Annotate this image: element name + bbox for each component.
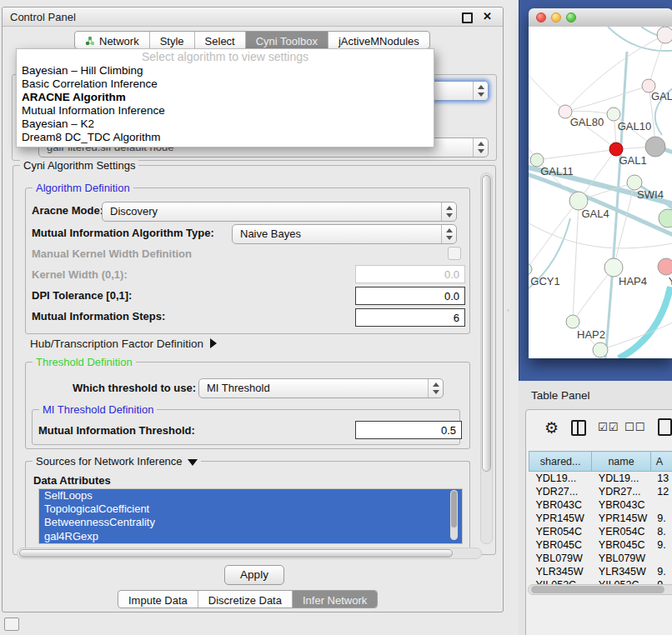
which-threshold-label: Which threshold to use: xyxy=(73,382,196,394)
bottom-tab-infer-network[interactable]: Infer Network xyxy=(293,591,377,608)
bottom-tab-discretize-data[interactable]: Discretize Data xyxy=(198,591,293,608)
column-header-name[interactable]: name xyxy=(592,452,650,472)
table-cell: 13 xyxy=(650,472,672,486)
settings-vertical-scrollbar[interactable] xyxy=(480,172,493,544)
close-traffic-light-icon[interactable] xyxy=(536,12,546,22)
table-cell: YBL079W xyxy=(592,552,650,565)
table-cell: YDL19... xyxy=(529,472,592,486)
network-node[interactable] xyxy=(593,342,608,358)
network-node-gal10[interactable] xyxy=(607,108,620,121)
table-cell: YBR043C xyxy=(592,498,650,512)
table-row[interactable]: YBR045CYBR045C9. xyxy=(529,538,672,552)
algorithm-option-mutual-information-inference[interactable]: Mutual Information Inference xyxy=(17,104,434,118)
network-node-hap2[interactable] xyxy=(566,315,579,328)
mi-steps-input[interactable] xyxy=(355,308,465,327)
kernel-width-input[interactable] xyxy=(355,265,465,283)
window-title: Control Panel xyxy=(10,11,76,23)
algorithm-select-popup: Select algorithm to view settings Bayesi… xyxy=(16,48,434,148)
table-row[interactable]: YER054CYER054C8. xyxy=(529,525,672,538)
apply-button[interactable]: Apply xyxy=(224,565,284,585)
table-cell: 9. xyxy=(650,565,672,578)
algorithm-option-dream8-dc-tdc-algorithm[interactable]: Dream8 DC_TDC Algorithm xyxy=(17,131,434,144)
network-canvas-background: GALGAL80GAL10GAL1GAL11SWI4GAL4GCY1HAP4YH… xyxy=(519,0,672,381)
tab-cyni-toolbox[interactable]: Cyni Toolbox xyxy=(246,32,328,48)
attribute-item-gal4rgexp[interactable]: gal4RGexp xyxy=(39,530,462,543)
columns-icon[interactable] xyxy=(571,420,586,436)
tab-style[interactable]: Style xyxy=(150,32,195,48)
mi-threshold-input[interactable] xyxy=(355,421,462,439)
algorithm-option-aracne-algorithm[interactable]: ARACNE Algorithm xyxy=(17,91,434,104)
settings-groupbox: Cyni Algorithm Settings Algorithm Defini… xyxy=(13,165,496,555)
network-view[interactable]: GALGAL80GAL10GAL1GAL11SWI4GAL4GCY1HAP4YH… xyxy=(529,27,672,358)
which-threshold-combo[interactable]: MI Threshold xyxy=(198,378,444,398)
stepper-icon xyxy=(428,379,443,398)
network-node-gcy1[interactable] xyxy=(529,263,532,275)
algorithm-definition-title: Algorithm Definition xyxy=(33,182,133,194)
attributes-list-scrollbar[interactable] xyxy=(450,490,458,540)
attribute-item-selfloops[interactable]: SelfLoops xyxy=(39,489,462,502)
table-row[interactable]: YPR145WYPR145W9. xyxy=(529,512,672,525)
desktop: Control Panel ✕ NetworkStyleSelectCyni T… xyxy=(0,0,672,635)
tab-network-label: Network xyxy=(99,35,139,48)
table-cell: YLR345W xyxy=(529,565,592,578)
deselect-all-icon[interactable]: ☐☐ xyxy=(624,421,645,433)
table-row[interactable]: YBL079WYBL079W xyxy=(529,552,672,565)
network-node-y[interactable] xyxy=(658,258,672,275)
table-cell: YDL19... xyxy=(592,472,650,486)
network-node-hap4[interactable] xyxy=(604,258,623,277)
attribute-item-topologicalcoefficient[interactable]: TopologicalCoefficient xyxy=(39,502,462,516)
network-node[interactable] xyxy=(645,137,665,157)
table-row[interactable]: YDR27...YDR27...12 xyxy=(529,485,672,498)
settings-horizontal-scrollbar[interactable] xyxy=(17,548,482,559)
document-icon[interactable] xyxy=(658,418,672,436)
hub-expander[interactable]: Hub/Transcription Factor Definition xyxy=(30,338,217,350)
algorithm-option-bayesian-k2[interactable]: Bayesian – K2 xyxy=(17,118,434,131)
tab-select[interactable]: Select xyxy=(195,32,246,48)
table-cell: YPR145W xyxy=(529,512,592,525)
algorithm-option-basic-correlation-inference[interactable]: Basic Correlation Inference xyxy=(17,78,434,91)
mi-threshold-title: MI Threshold Definition xyxy=(39,403,157,416)
table-toolbar: ⚙ ☑☑ ☐☐ xyxy=(526,417,672,440)
table-cell: YER054C xyxy=(592,525,650,538)
table-cell: 8. xyxy=(650,525,672,538)
aracne-mode-combo[interactable]: Discovery xyxy=(102,202,457,222)
table-cell: YBR045C xyxy=(592,538,650,552)
table-horizontal-scrollbar[interactable] xyxy=(528,584,672,595)
manual-kernel-label: Manual Kernel Width Definition xyxy=(32,248,192,260)
table-cell: YBR045C xyxy=(529,538,592,552)
attribute-item-betweennesscentrality[interactable]: BetweennessCentrality xyxy=(39,516,462,529)
table-row[interactable]: YBR043CYBR043C xyxy=(529,498,672,512)
manual-kernel-checkbox[interactable] xyxy=(448,247,461,260)
bottom-tab-impute-data[interactable]: Impute Data xyxy=(118,591,198,608)
algorithm-option-bayesian-hill-climbing[interactable]: Bayesian – Hill Climbing xyxy=(17,64,434,78)
mi-steps-label: Mutual Information Steps: xyxy=(32,310,165,322)
data-attributes-list[interactable]: SelfLoopsTopologicalCoefficientBetweenne… xyxy=(38,488,463,544)
dpi-tolerance-input[interactable] xyxy=(355,287,465,305)
table-row[interactable]: YLR345WYLR345W9. xyxy=(529,565,672,578)
network-node-label: GCY1 xyxy=(530,275,559,288)
table-cell: YBL079W xyxy=(529,552,592,565)
table-cell: YBR043C xyxy=(529,498,592,512)
float-window-icon[interactable] xyxy=(462,12,473,23)
gear-icon[interactable]: ⚙ xyxy=(544,418,559,438)
splitter-handle[interactable]: ◦ xyxy=(507,308,511,313)
threshold-definition-title: Threshold Definition xyxy=(33,356,136,368)
minimized-panel-icon[interactable] xyxy=(4,618,19,631)
mi-type-combo[interactable]: Naive Bayes xyxy=(232,224,457,244)
zoom-traffic-light-icon[interactable] xyxy=(566,12,576,22)
close-window-icon[interactable]: ✕ xyxy=(483,10,492,22)
tab-network[interactable]: Network xyxy=(75,32,150,48)
network-window[interactable]: GALGAL80GAL10GAL1GAL11SWI4GAL4GCY1HAP4YH… xyxy=(529,8,672,358)
algorithm-placeholder: Select algorithm to view settings xyxy=(17,49,434,64)
network-node-label: GAL10 xyxy=(618,120,651,132)
table-row[interactable]: YDL19...YDL19...13 xyxy=(529,472,672,486)
column-header-a[interactable]: A xyxy=(650,452,672,472)
minimize-traffic-light-icon[interactable] xyxy=(551,12,561,22)
table-cell: 12 xyxy=(650,485,672,498)
tab-jactivemnodules[interactable]: jActiveMNodules xyxy=(328,32,429,48)
network-node[interactable] xyxy=(659,209,672,228)
table-cell xyxy=(650,498,672,512)
network-node[interactable] xyxy=(657,27,672,43)
column-header-shared[interactable]: shared... xyxy=(529,452,592,472)
select-all-icon[interactable]: ☑☑ xyxy=(598,421,619,433)
